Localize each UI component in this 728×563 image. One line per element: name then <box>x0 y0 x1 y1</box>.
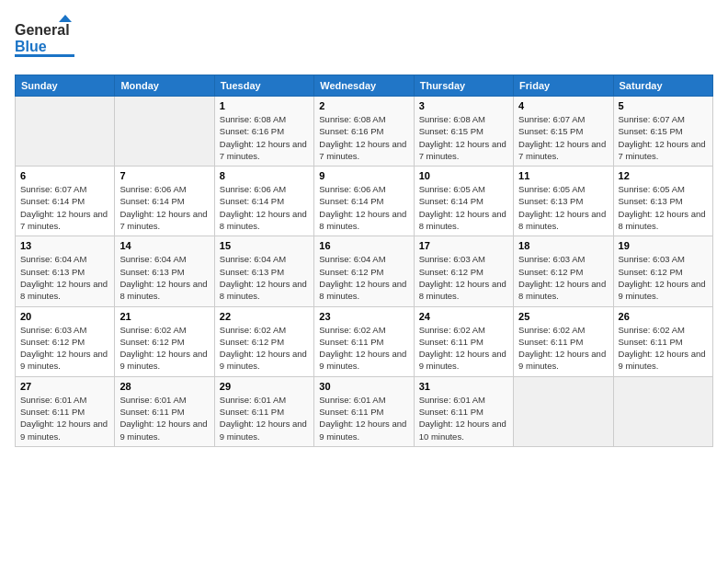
calendar-cell: 31Sunrise: 6:01 AM Sunset: 6:11 PM Dayli… <box>414 376 513 446</box>
calendar-cell <box>115 97 214 167</box>
day-info: Sunrise: 6:03 AM Sunset: 6:12 PM Dayligh… <box>20 324 109 373</box>
calendar-cell <box>514 376 613 446</box>
calendar-cell: 25Sunrise: 6:02 AM Sunset: 6:11 PM Dayli… <box>514 306 613 376</box>
day-info: Sunrise: 6:07 AM Sunset: 6:15 PM Dayligh… <box>619 113 708 162</box>
day-number: 1 <box>220 100 309 111</box>
day-info: Sunrise: 6:03 AM Sunset: 6:12 PM Dayligh… <box>419 253 508 302</box>
calendar-body: 1Sunrise: 6:08 AM Sunset: 6:16 PM Daylig… <box>16 97 713 447</box>
day-number: 24 <box>419 311 508 322</box>
calendar-cell: 11Sunrise: 6:05 AM Sunset: 6:13 PM Dayli… <box>514 167 613 236</box>
day-info: Sunrise: 6:01 AM Sunset: 6:11 PM Dayligh… <box>20 394 109 442</box>
day-info: Sunrise: 6:06 AM Sunset: 6:14 PM Dayligh… <box>220 183 309 232</box>
calendar-cell: 2Sunrise: 6:08 AM Sunset: 6:16 PM Daylig… <box>314 97 414 167</box>
calendar-cell: 20Sunrise: 6:03 AM Sunset: 6:12 PM Dayli… <box>16 306 115 376</box>
calendar-cell: 14Sunrise: 6:04 AM Sunset: 6:13 PM Dayli… <box>115 236 214 306</box>
day-info: Sunrise: 6:02 AM Sunset: 6:11 PM Dayligh… <box>419 324 508 373</box>
day-number: 25 <box>518 311 608 322</box>
day-info: Sunrise: 6:08 AM Sunset: 6:15 PM Dayligh… <box>419 113 508 162</box>
day-info: Sunrise: 6:07 AM Sunset: 6:15 PM Dayligh… <box>518 113 608 162</box>
day-number: 4 <box>518 100 608 111</box>
dow-tuesday: Tuesday <box>214 75 313 97</box>
calendar-cell: 19Sunrise: 6:03 AM Sunset: 6:12 PM Dayli… <box>613 236 712 306</box>
day-info: Sunrise: 6:08 AM Sunset: 6:16 PM Dayligh… <box>220 113 309 162</box>
day-number: 11 <box>518 170 608 181</box>
day-info: Sunrise: 6:08 AM Sunset: 6:16 PM Dayligh… <box>319 113 408 162</box>
day-number: 10 <box>419 170 508 181</box>
day-number: 22 <box>220 311 309 322</box>
day-number: 16 <box>319 240 408 251</box>
day-info: Sunrise: 6:01 AM Sunset: 6:11 PM Dayligh… <box>220 394 309 442</box>
page-header: General Blue <box>15 15 713 65</box>
week-row-1: 6Sunrise: 6:07 AM Sunset: 6:14 PM Daylig… <box>16 167 713 236</box>
calendar-cell: 24Sunrise: 6:02 AM Sunset: 6:11 PM Dayli… <box>414 306 513 376</box>
day-info: Sunrise: 6:01 AM Sunset: 6:11 PM Dayligh… <box>419 394 508 442</box>
day-info: Sunrise: 6:05 AM Sunset: 6:13 PM Dayligh… <box>619 183 708 232</box>
day-number: 8 <box>220 170 309 181</box>
day-info: Sunrise: 6:02 AM Sunset: 6:11 PM Dayligh… <box>319 324 408 373</box>
day-info: Sunrise: 6:03 AM Sunset: 6:12 PM Dayligh… <box>619 253 708 302</box>
svg-text:Blue: Blue <box>15 39 47 54</box>
calendar-cell: 10Sunrise: 6:05 AM Sunset: 6:14 PM Dayli… <box>414 167 513 236</box>
calendar-cell: 15Sunrise: 6:04 AM Sunset: 6:13 PM Dayli… <box>214 236 313 306</box>
day-number: 19 <box>619 240 708 251</box>
calendar-cell: 28Sunrise: 6:01 AM Sunset: 6:11 PM Dayli… <box>115 376 214 446</box>
week-row-2: 13Sunrise: 6:04 AM Sunset: 6:13 PM Dayli… <box>16 236 713 306</box>
svg-marker-2 <box>59 15 72 22</box>
day-info: Sunrise: 6:04 AM Sunset: 6:13 PM Dayligh… <box>220 253 309 302</box>
calendar-cell: 16Sunrise: 6:04 AM Sunset: 6:12 PM Dayli… <box>314 236 414 306</box>
day-number: 23 <box>319 311 408 322</box>
day-number: 12 <box>619 170 708 181</box>
day-info: Sunrise: 6:02 AM Sunset: 6:11 PM Dayligh… <box>518 324 608 373</box>
day-number: 27 <box>20 381 109 392</box>
day-number: 18 <box>518 240 608 251</box>
calendar-cell <box>613 376 712 446</box>
dow-wednesday: Wednesday <box>314 75 414 97</box>
day-number: 6 <box>20 170 109 181</box>
day-info: Sunrise: 6:02 AM Sunset: 6:11 PM Dayligh… <box>619 324 708 373</box>
calendar-cell: 18Sunrise: 6:03 AM Sunset: 6:12 PM Dayli… <box>514 236 613 306</box>
week-row-3: 20Sunrise: 6:03 AM Sunset: 6:12 PM Dayli… <box>16 306 713 376</box>
day-number: 28 <box>119 381 209 392</box>
calendar-cell: 22Sunrise: 6:02 AM Sunset: 6:12 PM Dayli… <box>214 306 313 376</box>
calendar-cell: 17Sunrise: 6:03 AM Sunset: 6:12 PM Dayli… <box>414 236 513 306</box>
calendar-cell <box>16 97 115 167</box>
svg-text:General: General <box>15 22 70 38</box>
day-info: Sunrise: 6:03 AM Sunset: 6:12 PM Dayligh… <box>518 253 608 302</box>
day-number: 29 <box>220 381 309 392</box>
day-number: 20 <box>20 311 109 322</box>
day-number: 7 <box>119 170 209 181</box>
dow-sunday: Sunday <box>16 75 115 97</box>
day-of-week-header: SundayMondayTuesdayWednesdayThursdayFrid… <box>16 75 713 97</box>
day-number: 2 <box>319 100 408 111</box>
logo: General Blue <box>15 15 79 65</box>
day-info: Sunrise: 6:07 AM Sunset: 6:14 PM Dayligh… <box>20 183 109 232</box>
day-info: Sunrise: 6:04 AM Sunset: 6:13 PM Dayligh… <box>119 253 209 302</box>
week-row-0: 1Sunrise: 6:08 AM Sunset: 6:16 PM Daylig… <box>16 97 713 167</box>
calendar-cell: 27Sunrise: 6:01 AM Sunset: 6:11 PM Dayli… <box>16 376 115 446</box>
day-number: 5 <box>619 100 708 111</box>
calendar-cell: 5Sunrise: 6:07 AM Sunset: 6:15 PM Daylig… <box>613 97 712 167</box>
calendar-table: SundayMondayTuesdayWednesdayThursdayFrid… <box>15 75 713 447</box>
day-number: 30 <box>319 381 408 392</box>
calendar-cell: 1Sunrise: 6:08 AM Sunset: 6:16 PM Daylig… <box>214 97 313 167</box>
calendar-cell: 30Sunrise: 6:01 AM Sunset: 6:11 PM Dayli… <box>314 376 414 446</box>
svg-rect-3 <box>15 54 74 57</box>
logo-icon: General Blue <box>15 15 79 65</box>
day-info: Sunrise: 6:01 AM Sunset: 6:11 PM Dayligh… <box>319 394 408 442</box>
day-info: Sunrise: 6:05 AM Sunset: 6:13 PM Dayligh… <box>518 183 608 232</box>
day-info: Sunrise: 6:06 AM Sunset: 6:14 PM Dayligh… <box>119 183 209 232</box>
dow-monday: Monday <box>115 75 214 97</box>
dow-friday: Friday <box>514 75 613 97</box>
calendar-cell: 26Sunrise: 6:02 AM Sunset: 6:11 PM Dayli… <box>613 306 712 376</box>
day-number: 21 <box>119 311 209 322</box>
calendar-cell: 23Sunrise: 6:02 AM Sunset: 6:11 PM Dayli… <box>314 306 414 376</box>
calendar-cell: 29Sunrise: 6:01 AM Sunset: 6:11 PM Dayli… <box>214 376 313 446</box>
day-number: 15 <box>220 240 309 251</box>
day-number: 9 <box>319 170 408 181</box>
day-number: 3 <box>419 100 508 111</box>
dow-thursday: Thursday <box>414 75 513 97</box>
day-number: 17 <box>419 240 508 251</box>
day-number: 14 <box>119 240 209 251</box>
calendar-cell: 21Sunrise: 6:02 AM Sunset: 6:12 PM Dayli… <box>115 306 214 376</box>
day-info: Sunrise: 6:02 AM Sunset: 6:12 PM Dayligh… <box>220 324 309 373</box>
